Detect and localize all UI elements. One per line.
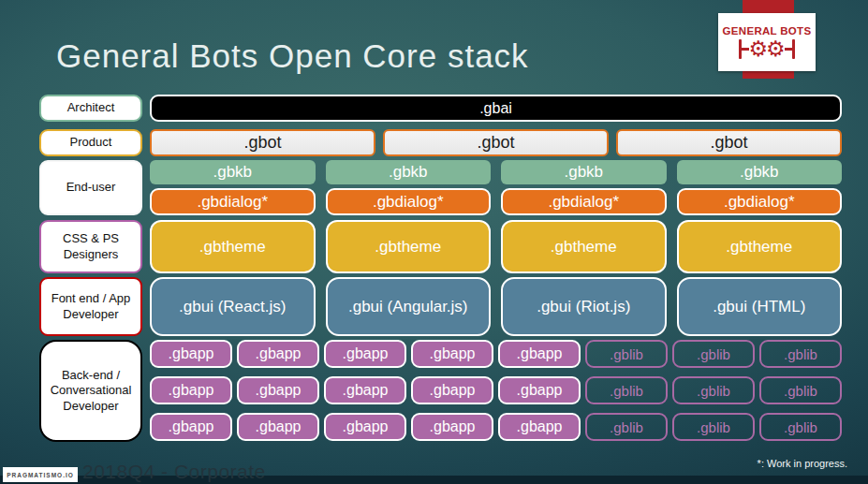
label-designers: CSS & PS Designers: [39, 220, 142, 273]
footer-caption: 2018Q4 - Corporate: [82, 461, 266, 483]
gblib-box: .gblib: [672, 413, 755, 441]
gbapp-box: .gbapp: [150, 340, 232, 368]
logo-text: GENERAL BOTS: [723, 25, 812, 37]
gbkb-box: .gbkb: [501, 160, 667, 184]
gbapp-box: .gbapp: [150, 376, 232, 404]
gbapp-box: .gbapp: [498, 413, 581, 441]
row-designers: CSS & PS Designers .gbtheme .gbtheme .gb…: [39, 220, 842, 273]
gbkb-box: .gbkb: [326, 160, 492, 184]
gbui-angular-box: .gbui (Angular.js): [326, 277, 492, 336]
gbtheme-box: .gbtheme: [677, 220, 843, 273]
gear-icon: ⚙: [748, 38, 768, 60]
row-frontend: Font end / App Developer .gbui (React.js…: [39, 277, 842, 336]
label-backend: Back-end / Conversational Developer: [39, 340, 142, 442]
gbui-react-box: .gbui (React.js): [150, 277, 316, 336]
general-bots-logo: GENERAL BOTS ⚙ ⚙: [718, 13, 816, 71]
gear-line-right: [785, 48, 792, 51]
gbdialog-box: .gbdialog*: [150, 188, 316, 215]
label-end-user: End-user: [39, 160, 142, 215]
gbkb-box: .gbkb: [677, 160, 843, 184]
gbot-box: .gbot: [150, 129, 375, 156]
gbapp-box: .gbapp: [237, 376, 319, 404]
gbkb-band: .gbkb .gbkb .gbkb .gbkb: [150, 160, 842, 184]
row-end-user: End-user .gbkb .gbkb .gbkb .gbkb .gbdial…: [39, 160, 842, 215]
pragmatismo-badge: PRAGMATISMO.IO: [3, 467, 78, 482]
gears-icon: ⚙ ⚙: [739, 38, 794, 60]
gbapp-box: .gbapp: [150, 413, 232, 441]
row-architect: Architect .gbai: [39, 95, 842, 122]
gbai-box: .gbai: [150, 95, 842, 122]
gbot-box: .gbot: [616, 129, 842, 156]
gblib-box: .gblib: [585, 376, 668, 404]
gbapp-box: .gbapp: [498, 340, 581, 368]
gbdialog-box: .gbdialog*: [501, 188, 667, 215]
gbdialog-box: .gbdialog*: [326, 188, 492, 215]
gblib-box: .gblib: [759, 413, 842, 441]
gbapp-box: .gbapp: [324, 340, 406, 368]
gblib-box: .gblib: [672, 340, 755, 368]
gbdialog-band: .gbdialog* .gbdialog* .gbdialog* .gbdial…: [150, 188, 842, 215]
gbapp-box: .gbapp: [411, 376, 493, 404]
label-product: Product: [39, 129, 142, 156]
gbui-riot-box: .gbui (Riot.js): [501, 277, 667, 336]
row-product: Product .gbot .gbot .gbot: [39, 129, 842, 156]
row-backend: Back-end / Conversational Developer .gba…: [39, 340, 842, 442]
gblib-box: .gblib: [672, 376, 755, 404]
backend-band-2: .gbapp .gbapp .gbapp .gbapp .gbapp .gbli…: [150, 376, 842, 404]
label-frontend: Font end / App Developer: [39, 277, 142, 336]
gbui-html-box: .gbui (HTML): [677, 277, 843, 336]
gbapp-box: .gbapp: [324, 413, 406, 441]
work-in-progress-note: *: Work in progress.: [758, 458, 847, 469]
gblib-box: .gblib: [759, 376, 842, 404]
label-architect: Architect: [39, 95, 142, 122]
gear-icon: ⚙: [766, 38, 786, 60]
gbapp-box: .gbapp: [498, 376, 581, 404]
gbtheme-box: .gbtheme: [150, 220, 316, 273]
gbtheme-box: .gbtheme: [326, 220, 492, 273]
gbkb-box: .gbkb: [150, 160, 316, 184]
gbapp-box: .gbapp: [324, 376, 406, 404]
backend-band-3: .gbapp .gbapp .gbapp .gbapp .gbapp .gbli…: [150, 413, 842, 441]
gbapp-box: .gbapp: [411, 340, 493, 368]
page-title: General Bots Open Core stack: [56, 37, 529, 75]
gbtheme-box: .gbtheme: [501, 220, 667, 273]
gbot-box: .gbot: [383, 129, 609, 156]
gear-line-right-cap: [792, 39, 795, 59]
gblib-box: .gblib: [759, 340, 842, 368]
slide: General Bots Open Core stack GENERAL BOT…: [0, 0, 868, 484]
gbapp-box: .gbapp: [237, 340, 319, 368]
gblib-box: .gblib: [585, 340, 668, 368]
gblib-box: .gblib: [585, 413, 668, 441]
gbapp-box: .gbapp: [411, 413, 493, 441]
backend-band-1: .gbapp .gbapp .gbapp .gbapp .gbapp .gbli…: [150, 340, 842, 368]
gbdialog-box: .gbdialog*: [677, 188, 843, 215]
gbapp-box: .gbapp: [237, 413, 319, 441]
